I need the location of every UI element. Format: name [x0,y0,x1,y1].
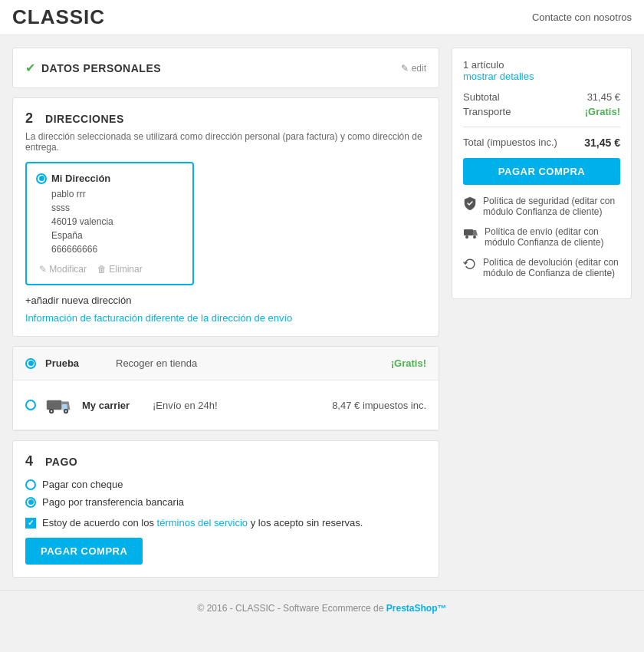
payment-label-cheque: Pagar con cheque [42,479,123,490]
svg-marker-8 [473,230,478,235]
article-count: 1 artículo [463,59,504,71]
transport-label: Transporte [463,106,511,117]
trust-shipping: Política de envío (editar con módulo Con… [463,226,620,248]
svg-rect-7 [464,229,473,235]
direcciones-header: 2 DIRECCIONES [25,110,426,127]
summary-pay-button[interactable]: PAGAR COMPRA [463,158,620,185]
shield-icon [463,196,477,212]
datos-personales-header: ✔ DATOS PERSONALES ✎ edit [25,61,426,75]
terms-row: Estoy de acuerdo con los términos del se… [25,517,426,529]
truck-icon [45,391,73,419]
header: CLASSIC Contacte con nosotros [0,0,644,35]
direcciones-title: DIRECCIONES [45,113,124,125]
delivery-icon [463,227,478,242]
footer-text: © 2016 - CLASSIC - Software Ecommerce de… [198,603,447,614]
address-box: Mi Dirección pablo rrr ssss 46019 valenc… [25,162,194,285]
transport-value: ¡Gratis! [585,106,620,117]
shipping-radio-prueba[interactable] [25,358,36,369]
payment-label-transferencia: Pago por transferencia bancaria [42,496,184,508]
billing-link[interactable]: Información de facturación diferente de … [25,312,292,324]
shipping-price-prueba: ¡Gratis! [365,357,426,369]
address-details: pablo rrr ssss 46019 valencia España 666… [51,187,183,256]
total-label: Total (impuestos inc.) [463,137,557,149]
prestashop-brand: PrestaShop™ [386,603,447,614]
payment-option-transferencia: Pago por transferencia bancaria [25,496,426,508]
shipping-desc-prueba: Recoger en tienda [116,357,356,369]
terms-prefix: Estoy de acuerdo con los [42,517,157,529]
check-icon: ✔ [25,61,35,75]
trust-security-text: Política de seguridad (editar con módulo… [483,196,620,217]
svg-point-10 [473,235,476,239]
shipping-price-mycarrier: 8,47 € impuestos inc. [332,400,426,411]
left-column: ✔ DATOS PERSONALES ✎ edit 2 DIRECCIONES … [12,48,439,578]
address-phone: 666666666 [51,244,97,255]
subtotal-label: Subtotal [463,91,500,103]
total-value: 31,45 € [584,137,620,149]
delete-link[interactable]: 🗑 Eliminar [97,264,143,275]
trust-return-text: Política de devolución (editar con módul… [483,257,620,278]
svg-rect-0 [47,400,62,410]
transport-row: Transporte ¡Gratis! [463,106,620,117]
direcciones-section: 2 DIRECCIONES La dirección seleccionada … [12,97,439,337]
svg-point-4 [51,410,53,413]
shipping-name-mycarrier: My carrier [82,400,143,411]
pago-title: PAGO [45,456,77,468]
terms-checkbox[interactable] [25,518,36,529]
datos-personales-edit[interactable]: ✎ edit [401,63,426,74]
section2-number: 2 [25,110,33,127]
footer: © 2016 - CLASSIC - Software Ecommerce de… [0,590,644,626]
order-summary: 1 artículo mostrar detalles Subtotal 31,… [452,48,632,299]
terms-link[interactable]: términos del servicio [157,517,248,529]
datos-personales-section: ✔ DATOS PERSONALES ✎ edit [12,48,439,88]
shipping-row-prueba: Prueba Recoger en tienda ¡Gratis! [13,347,439,380]
address-name: Mi Dirección [51,173,110,184]
logo: CLASSIC [12,5,105,29]
show-details-link[interactable]: mostrar detalles [463,71,620,82]
trust-security: Política de seguridad (editar con módulo… [463,196,620,217]
section-title-row: ✔ DATOS PERSONALES [25,61,161,75]
svg-point-6 [65,410,67,413]
shipping-section: Prueba Recoger en tienda ¡Gratis! My car… [12,346,439,431]
payment-radio-cheque[interactable] [25,479,36,490]
pay-button[interactable]: PAGAR COMPRA [25,538,143,565]
pago-section: 4 PAGO Pagar con cheque Pago por transfe… [12,440,439,578]
payment-radio-transferencia[interactable] [25,497,36,508]
shipping-row-mycarrier: My carrier ¡Envío en 24h! 8,47 € impuest… [13,380,439,430]
add-address-link[interactable]: +añadir nueva dirección [25,295,131,306]
address-line4: España [51,230,83,241]
modify-link[interactable]: ✎ Modificar [39,264,87,275]
terms-suffix: y los acepto sin reservas. [248,517,363,529]
payment-option-cheque: Pagar con cheque [25,479,426,490]
pago-header: 4 PAGO [25,453,426,469]
subtotal-row: Subtotal 31,45 € [463,91,620,103]
subtotal-value: 31,45 € [587,91,620,103]
shipping-name-prueba: Prueba [45,357,107,369]
contact-link[interactable]: Contacte con nosotros [532,12,632,23]
address-radio[interactable] [36,173,47,184]
datos-personales-title: DATOS PERSONALES [41,62,161,74]
address-line1: pablo rrr [51,189,86,199]
terms-text: Estoy de acuerdo con los términos del se… [42,517,363,529]
svg-point-9 [465,235,468,239]
address-line3: 46019 valencia [51,216,113,227]
main-content: ✔ DATOS PERSONALES ✎ edit 2 DIRECCIONES … [0,35,644,590]
total-row: Total (impuestos inc.) 31,45 € [463,137,620,149]
trust-shipping-text: Política de envío (editar con módulo Con… [485,226,620,248]
right-column: 1 artículo mostrar detalles Subtotal 31,… [452,48,632,308]
address-radio-row: Mi Dirección [36,173,183,184]
address-line2: ssss [51,203,70,213]
return-icon [463,258,477,272]
shipping-desc-mycarrier: ¡Envío en 24h! [153,400,323,411]
trust-return: Política de devolución (editar con módul… [463,257,620,278]
address-actions: ✎ Modificar 🗑 Eliminar [39,264,183,275]
section4-number: 4 [25,453,33,469]
shipping-radio-mycarrier[interactable] [25,400,36,410]
direcciones-subtitle: La dirección seleccionada se utilizará c… [25,131,426,153]
summary-divider [463,127,620,127]
